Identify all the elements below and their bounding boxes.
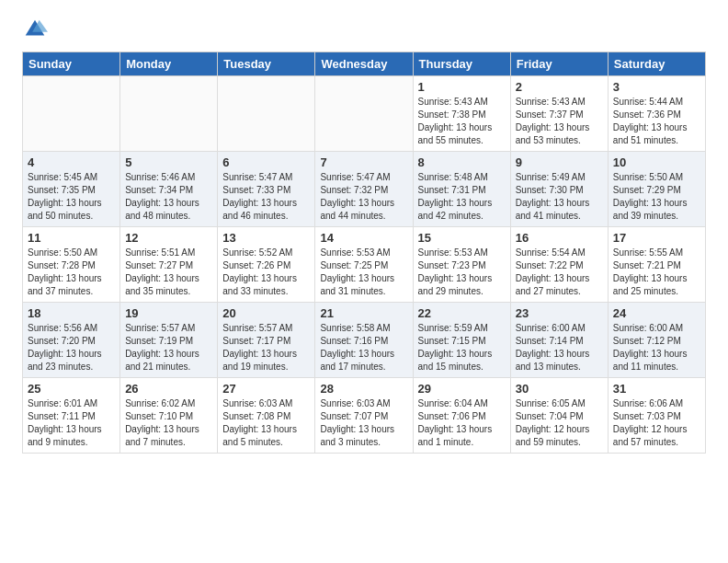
day-info: Sunrise: 5:49 AM Sunset: 7:30 PM Dayligh…: [516, 171, 603, 223]
day-number: 7: [320, 155, 407, 169]
day-info: Sunrise: 5:47 AM Sunset: 7:33 PM Dayligh…: [222, 171, 310, 223]
day-number: 3: [613, 80, 700, 94]
day-number: 8: [418, 155, 506, 169]
day-info: Sunrise: 5:50 AM Sunset: 7:29 PM Dayligh…: [613, 171, 700, 223]
day-cell-18: 18Sunrise: 5:56 AM Sunset: 7:20 PM Dayli…: [23, 303, 120, 378]
calendar-wrapper: SundayMondayTuesdayWednesdayThursdayFrid…: [0, 52, 728, 461]
day-number: 30: [516, 382, 603, 396]
day-info: Sunrise: 5:53 AM Sunset: 7:23 PM Dayligh…: [418, 247, 506, 298]
day-header-wednesday: Wednesday: [315, 52, 413, 76]
day-info: Sunrise: 5:57 AM Sunset: 7:19 PM Dayligh…: [125, 322, 212, 373]
logo: [22, 17, 50, 42]
day-info: Sunrise: 5:43 AM Sunset: 7:38 PM Dayligh…: [418, 96, 506, 147]
day-cell-empty-0: [23, 76, 120, 152]
day-cell-10: 10Sunrise: 5:50 AM Sunset: 7:29 PM Dayli…: [608, 152, 705, 227]
day-cell-3: 3Sunrise: 5:44 AM Sunset: 7:36 PM Daylig…: [608, 76, 705, 152]
day-cell-27: 27Sunrise: 6:03 AM Sunset: 7:08 PM Dayli…: [218, 378, 315, 454]
day-number: 25: [28, 382, 115, 396]
day-info: Sunrise: 5:43 AM Sunset: 7:37 PM Dayligh…: [516, 96, 603, 147]
day-number: 23: [516, 306, 603, 320]
day-number: 27: [222, 382, 310, 396]
day-number: 18: [28, 306, 115, 320]
day-cell-17: 17Sunrise: 5:55 AM Sunset: 7:21 PM Dayli…: [608, 227, 705, 303]
day-info: Sunrise: 5:45 AM Sunset: 7:35 PM Dayligh…: [28, 171, 115, 223]
day-cell-9: 9Sunrise: 5:49 AM Sunset: 7:30 PM Daylig…: [510, 152, 608, 227]
day-cell-15: 15Sunrise: 5:53 AM Sunset: 7:23 PM Dayli…: [413, 227, 510, 303]
day-number: 11: [28, 231, 115, 245]
day-header-friday: Friday: [510, 52, 608, 76]
day-header-row: SundayMondayTuesdayWednesdayThursdayFrid…: [23, 52, 706, 76]
day-cell-25: 25Sunrise: 6:01 AM Sunset: 7:11 PM Dayli…: [23, 378, 120, 454]
day-cell-30: 30Sunrise: 6:05 AM Sunset: 7:04 PM Dayli…: [510, 378, 608, 454]
day-info: Sunrise: 6:00 AM Sunset: 7:12 PM Dayligh…: [613, 322, 700, 373]
day-number: 21: [320, 306, 407, 320]
day-info: Sunrise: 6:06 AM Sunset: 7:03 PM Dayligh…: [613, 397, 700, 449]
day-number: 24: [613, 306, 700, 320]
day-number: 12: [125, 231, 212, 245]
day-info: Sunrise: 5:46 AM Sunset: 7:34 PM Dayligh…: [125, 171, 212, 223]
day-cell-22: 22Sunrise: 5:59 AM Sunset: 7:15 PM Dayli…: [413, 303, 510, 378]
day-cell-23: 23Sunrise: 6:00 AM Sunset: 7:14 PM Dayli…: [510, 303, 608, 378]
day-cell-empty-3: [315, 76, 413, 152]
day-cell-13: 13Sunrise: 5:52 AM Sunset: 7:26 PM Dayli…: [218, 227, 315, 303]
day-cell-12: 12Sunrise: 5:51 AM Sunset: 7:27 PM Dayli…: [120, 227, 218, 303]
day-info: Sunrise: 6:03 AM Sunset: 7:07 PM Dayligh…: [320, 397, 407, 449]
day-info: Sunrise: 5:55 AM Sunset: 7:21 PM Dayligh…: [613, 247, 700, 298]
day-cell-14: 14Sunrise: 5:53 AM Sunset: 7:25 PM Dayli…: [315, 227, 413, 303]
day-number: 17: [613, 231, 700, 245]
day-cell-29: 29Sunrise: 6:04 AM Sunset: 7:06 PM Dayli…: [413, 378, 510, 454]
day-number: 1: [418, 80, 506, 94]
day-cell-7: 7Sunrise: 5:47 AM Sunset: 7:32 PM Daylig…: [315, 152, 413, 227]
week-row-2: 4Sunrise: 5:45 AM Sunset: 7:35 PM Daylig…: [23, 152, 706, 227]
day-info: Sunrise: 5:57 AM Sunset: 7:17 PM Dayligh…: [222, 322, 310, 373]
day-header-sunday: Sunday: [23, 52, 120, 76]
page-header: [0, 0, 728, 52]
day-cell-4: 4Sunrise: 5:45 AM Sunset: 7:35 PM Daylig…: [23, 152, 120, 227]
day-info: Sunrise: 5:58 AM Sunset: 7:16 PM Dayligh…: [320, 322, 407, 373]
day-info: Sunrise: 5:47 AM Sunset: 7:32 PM Dayligh…: [320, 171, 407, 223]
day-header-thursday: Thursday: [413, 52, 510, 76]
day-cell-1: 1Sunrise: 5:43 AM Sunset: 7:38 PM Daylig…: [413, 76, 510, 152]
day-header-tuesday: Tuesday: [218, 52, 315, 76]
day-cell-20: 20Sunrise: 5:57 AM Sunset: 7:17 PM Dayli…: [218, 303, 315, 378]
day-cell-31: 31Sunrise: 6:06 AM Sunset: 7:03 PM Dayli…: [608, 378, 705, 454]
day-info: Sunrise: 5:44 AM Sunset: 7:36 PM Dayligh…: [613, 96, 700, 147]
day-cell-11: 11Sunrise: 5:50 AM Sunset: 7:28 PM Dayli…: [23, 227, 120, 303]
day-info: Sunrise: 5:52 AM Sunset: 7:26 PM Dayligh…: [222, 247, 310, 298]
day-number: 14: [320, 231, 407, 245]
day-header-saturday: Saturday: [608, 52, 705, 76]
day-number: 19: [125, 306, 212, 320]
day-number: 9: [516, 155, 603, 169]
logo-icon: [22, 17, 48, 42]
day-info: Sunrise: 6:05 AM Sunset: 7:04 PM Dayligh…: [516, 397, 603, 449]
day-number: 2: [516, 80, 603, 94]
week-row-5: 25Sunrise: 6:01 AM Sunset: 7:11 PM Dayli…: [23, 378, 706, 454]
day-info: Sunrise: 5:48 AM Sunset: 7:31 PM Dayligh…: [418, 171, 506, 223]
day-number: 26: [125, 382, 212, 396]
day-info: Sunrise: 6:03 AM Sunset: 7:08 PM Dayligh…: [222, 397, 310, 449]
day-header-monday: Monday: [120, 52, 218, 76]
day-number: 6: [222, 155, 310, 169]
week-row-4: 18Sunrise: 5:56 AM Sunset: 7:20 PM Dayli…: [23, 303, 706, 378]
day-cell-5: 5Sunrise: 5:46 AM Sunset: 7:34 PM Daylig…: [120, 152, 218, 227]
day-info: Sunrise: 5:53 AM Sunset: 7:25 PM Dayligh…: [320, 247, 407, 298]
day-number: 16: [516, 231, 603, 245]
day-number: 22: [418, 306, 506, 320]
day-info: Sunrise: 5:56 AM Sunset: 7:20 PM Dayligh…: [28, 322, 115, 373]
day-number: 5: [125, 155, 212, 169]
day-cell-6: 6Sunrise: 5:47 AM Sunset: 7:33 PM Daylig…: [218, 152, 315, 227]
day-number: 28: [320, 382, 407, 396]
day-info: Sunrise: 6:01 AM Sunset: 7:11 PM Dayligh…: [28, 397, 115, 449]
day-number: 20: [222, 306, 310, 320]
day-cell-24: 24Sunrise: 6:00 AM Sunset: 7:12 PM Dayli…: [608, 303, 705, 378]
day-info: Sunrise: 5:54 AM Sunset: 7:22 PM Dayligh…: [516, 247, 603, 298]
day-cell-28: 28Sunrise: 6:03 AM Sunset: 7:07 PM Dayli…: [315, 378, 413, 454]
day-cell-2: 2Sunrise: 5:43 AM Sunset: 7:37 PM Daylig…: [510, 76, 608, 152]
day-cell-16: 16Sunrise: 5:54 AM Sunset: 7:22 PM Dayli…: [510, 227, 608, 303]
day-info: Sunrise: 6:00 AM Sunset: 7:14 PM Dayligh…: [516, 322, 603, 373]
day-number: 4: [28, 155, 115, 169]
day-info: Sunrise: 5:51 AM Sunset: 7:27 PM Dayligh…: [125, 247, 212, 298]
day-info: Sunrise: 6:04 AM Sunset: 7:06 PM Dayligh…: [418, 397, 506, 449]
week-row-1: 1Sunrise: 5:43 AM Sunset: 7:38 PM Daylig…: [23, 76, 706, 152]
day-info: Sunrise: 5:59 AM Sunset: 7:15 PM Dayligh…: [418, 322, 506, 373]
